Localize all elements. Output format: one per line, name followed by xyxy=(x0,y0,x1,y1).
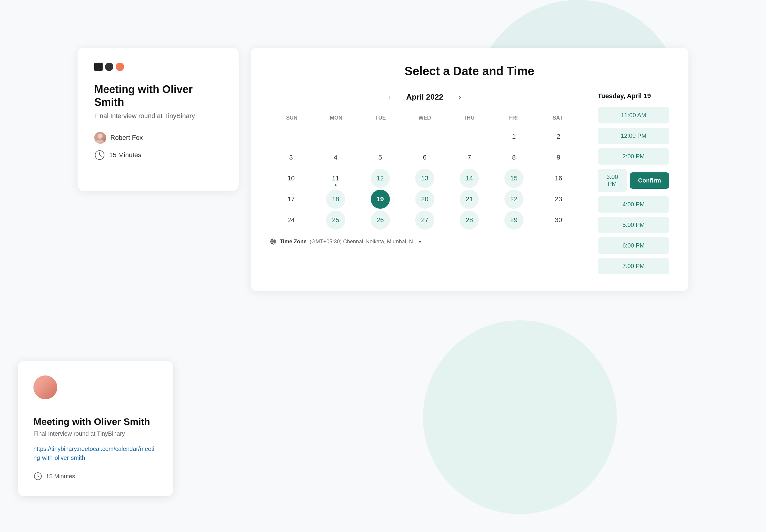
calendar-section: ‹ April 2022 › SUN MON TUE WED THU FRI S… xyxy=(270,92,580,245)
time-slot-6-00PM[interactable]: 6:00 PM xyxy=(598,237,669,254)
time-slot-3-00PM[interactable]: 3:00 PM xyxy=(598,169,627,192)
avatar-person xyxy=(33,375,57,399)
calendar-day-10: 10 xyxy=(282,169,301,188)
calendar-day-17: 17 xyxy=(282,190,301,209)
calendar-day-1: 1 xyxy=(504,127,523,146)
svg-point-0 xyxy=(98,134,103,139)
calendar-day-11: 11 xyxy=(326,169,345,188)
calendar-card: Select a Date and Time ‹ April 2022 › SU… xyxy=(251,48,688,291)
day-header-mon: MON xyxy=(314,112,359,123)
calendar-day-20[interactable]: 20 xyxy=(415,190,434,209)
bottom-duration-text: 15 Minutes xyxy=(46,473,75,480)
divider xyxy=(33,408,157,408)
day-header-thu: THU xyxy=(447,112,491,123)
calendar-day-3: 3 xyxy=(282,148,301,167)
calendar-day-30: 30 xyxy=(549,211,568,230)
bottom-duration-row: 15 Minutes xyxy=(33,472,157,481)
calendar-day-21[interactable]: 21 xyxy=(460,190,479,209)
calendar-day-23: 23 xyxy=(549,190,568,209)
calendar-day-24: 24 xyxy=(282,211,301,230)
calendar-day-8: 8 xyxy=(504,148,523,167)
duration-text: 15 Minutes xyxy=(109,151,141,159)
time-slot-4-00PM[interactable]: 4:00 PM xyxy=(598,196,669,213)
selected-date-label: Tuesday, April 19 xyxy=(598,92,669,100)
bottom-card-subtitle: Final Interview round at TinyBinary xyxy=(33,430,157,437)
calendar-day-18[interactable]: 18 xyxy=(326,190,345,209)
calendar-day-9: 9 xyxy=(549,148,568,167)
calendar-day-2: 2 xyxy=(549,127,568,146)
calendar-day-29[interactable]: 29 xyxy=(504,211,523,230)
timezone-dropdown-icon[interactable]: ▾ xyxy=(419,239,421,245)
booking-subtitle: Final Interview round at TinyBinary xyxy=(94,112,222,120)
calendar-headers: SUN MON TUE WED THU FRI SAT xyxy=(270,112,580,123)
prev-month-button[interactable]: ‹ xyxy=(385,92,394,102)
day-header-tue: TUE xyxy=(358,112,403,123)
calendar-day-27[interactable]: 27 xyxy=(415,211,434,230)
logo-square xyxy=(94,63,103,71)
confirm-button[interactable]: Confirm xyxy=(630,172,669,189)
avatar xyxy=(94,132,106,144)
calendar-day-19[interactable]: 19 xyxy=(371,190,390,209)
svg-point-1 xyxy=(96,140,104,144)
calendar-day-25[interactable]: 25 xyxy=(326,211,345,230)
calendar-month: April 2022 xyxy=(406,92,443,102)
calendar-day-26[interactable]: 26 xyxy=(371,211,390,230)
bottom-avatar xyxy=(33,375,57,399)
booking-url-link[interactable]: https://tinybinary.neetocal.com/calendar… xyxy=(33,444,157,462)
calendar-day-4: 4 xyxy=(326,148,345,167)
calendar-day-15[interactable]: 15 xyxy=(504,169,523,188)
calendar-day-16: 16 xyxy=(549,169,568,188)
calendar-day-7: 7 xyxy=(460,148,479,167)
logo-dot-orange xyxy=(116,63,124,71)
host-row: Robert Fox xyxy=(94,132,222,144)
calendar-grid: SUN MON TUE WED THU FRI SAT 123456789101… xyxy=(270,112,580,230)
host-name: Robert Fox xyxy=(110,134,143,142)
booking-info-card: Meeting with Oliver Smith Final Intervie… xyxy=(78,48,239,191)
calendar-day-13[interactable]: 13 xyxy=(415,169,434,188)
globe-icon xyxy=(270,238,277,245)
bottom-card: Meeting with Oliver Smith Final Intervie… xyxy=(18,361,173,496)
bottom-clock-icon xyxy=(33,472,42,481)
time-slots: 11:00 AM12:00 PM2:00 PM3:00 PMConfirm4:0… xyxy=(598,107,669,274)
time-slot-5-00PM[interactable]: 5:00 PM xyxy=(598,217,669,233)
day-header-fri: FRI xyxy=(491,112,536,123)
calendar-day-12[interactable]: 12 xyxy=(371,169,390,188)
calendar-days: 1234567891011121314151617181920212223242… xyxy=(270,127,580,230)
calendar-day-22[interactable]: 22 xyxy=(504,190,523,209)
bg-circle-2 xyxy=(423,320,617,514)
booking-title: Meeting with Oliver Smith xyxy=(94,83,222,109)
time-panel: Tuesday, April 19 11:00 AM12:00 PM2:00 P… xyxy=(598,92,669,274)
day-header-sat: SAT xyxy=(535,112,580,123)
main-container: Meeting with Oliver Smith Final Intervie… xyxy=(78,48,688,291)
timezone-value: (GMT+05:30) Chennai, Kolkata, Mumbai, N.… xyxy=(310,239,416,245)
time-slot-11-00AM[interactable]: 11:00 AM xyxy=(598,107,669,123)
avatar-image xyxy=(94,132,106,144)
page-title: Select a Date and Time xyxy=(270,64,669,78)
time-slot-7-00PM[interactable]: 7:00 PM xyxy=(598,258,669,274)
calendar-nav: ‹ April 2022 › xyxy=(270,92,580,102)
calendar-day-14[interactable]: 14 xyxy=(460,169,479,188)
logo-dot-dark xyxy=(105,63,113,71)
clock-icon xyxy=(94,150,105,160)
calendar-day-28[interactable]: 28 xyxy=(460,211,479,230)
logo-icons xyxy=(94,63,222,71)
day-header-sun: SUN xyxy=(270,112,314,123)
timezone-row: Time Zone (GMT+05:30) Chennai, Kolkata, … xyxy=(270,238,580,245)
duration-row: 15 Minutes xyxy=(94,150,222,160)
time-slot-selected-row: 3:00 PMConfirm xyxy=(598,169,669,192)
calendar-day-6: 6 xyxy=(415,148,434,167)
day-header-wed: WED xyxy=(403,112,447,123)
calendar-layout: ‹ April 2022 › SUN MON TUE WED THU FRI S… xyxy=(270,92,669,274)
calendar-day-5: 5 xyxy=(371,148,390,167)
bottom-card-title: Meeting with Oliver Smith xyxy=(33,416,157,427)
next-month-button[interactable]: › xyxy=(455,92,465,102)
time-slot-2-00PM[interactable]: 2:00 PM xyxy=(598,148,669,165)
timezone-label: Time Zone xyxy=(280,239,307,245)
time-slot-12-00PM[interactable]: 12:00 PM xyxy=(598,128,669,144)
